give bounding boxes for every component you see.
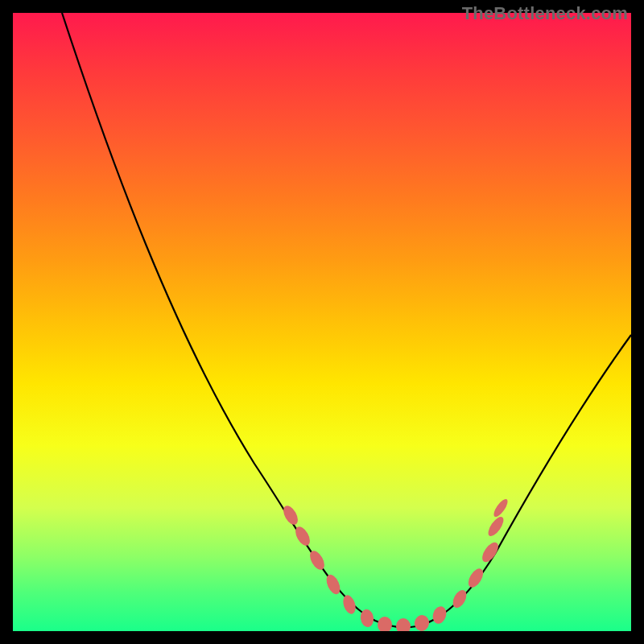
marker [431, 605, 448, 625]
watermark-text: TheBottleneck.com [462, 3, 628, 24]
marker [396, 618, 411, 631]
marker [491, 497, 510, 518]
plot-area [13, 13, 631, 631]
marker [280, 503, 300, 527]
chart-svg [13, 13, 631, 631]
marker [465, 566, 486, 589]
marker [324, 572, 343, 596]
marker [378, 617, 392, 631]
marker [341, 593, 358, 615]
bottleneck-curve [62, 13, 631, 627]
marker [485, 514, 506, 539]
chart-frame: TheBottleneck.com [0, 0, 644, 644]
marker [307, 548, 327, 572]
marker-group [280, 497, 510, 631]
marker [413, 614, 430, 631]
